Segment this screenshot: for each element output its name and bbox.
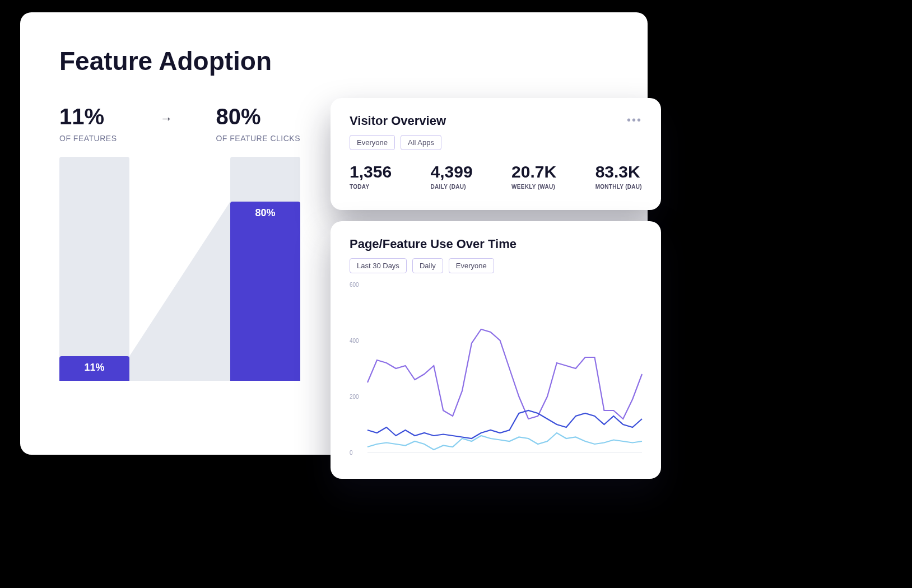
metric-daily: 4,399 DAILY (DAU) bbox=[431, 162, 473, 190]
metric-monthly: 83.3K MONTHLY (DAU) bbox=[595, 162, 642, 190]
bar-percent-label: 80% bbox=[255, 207, 275, 219]
y-tick-200: 200 bbox=[350, 393, 359, 399]
usage-filter-row: Last 30 Days Daily Everyone bbox=[350, 258, 642, 273]
metric-label: WEEKLY (WAU) bbox=[511, 184, 556, 190]
stat-value: 80% bbox=[216, 104, 300, 129]
feature-bars-chart: 11% 80% bbox=[59, 157, 300, 381]
filter-everyone[interactable]: Everyone bbox=[350, 135, 395, 150]
stat-of-feature-clicks: 80% OF FEATURE CLICKS bbox=[216, 104, 300, 143]
stat-value: 11% bbox=[59, 104, 117, 129]
metric-label: MONTHLY (DAU) bbox=[595, 184, 642, 190]
filter-last-30-days[interactable]: Last 30 Days bbox=[350, 258, 407, 273]
filter-all-apps[interactable]: All Apps bbox=[401, 135, 441, 150]
visitor-filter-row: Everyone All Apps bbox=[350, 135, 642, 150]
metric-weekly: 20.7K WEEKLY (WAU) bbox=[511, 162, 556, 190]
feature-adoption-title: Feature Adoption bbox=[59, 46, 608, 76]
filter-everyone[interactable]: Everyone bbox=[449, 258, 494, 273]
bar-fill: 11% bbox=[59, 356, 129, 381]
filter-daily[interactable]: Daily bbox=[412, 258, 443, 273]
metric-value: 83.3K bbox=[595, 162, 642, 181]
feature-stats-row: 11% OF FEATURES → 80% OF FEATURE CLICKS bbox=[59, 104, 300, 143]
stat-of-features: 11% OF FEATURES bbox=[59, 104, 117, 143]
y-tick-0: 0 bbox=[350, 450, 353, 456]
metric-today: 1,356 TODAY bbox=[350, 162, 392, 190]
usage-chart-card: Page/Feature Use Over Time Last 30 Days … bbox=[331, 221, 661, 479]
series-line-series-b bbox=[367, 410, 642, 438]
y-tick-400: 400 bbox=[350, 337, 359, 343]
line-chart: 600 400 200 0 bbox=[350, 284, 642, 452]
visitor-overview-title: Visitor Overview bbox=[350, 114, 446, 128]
bar-percent-label: 11% bbox=[84, 362, 104, 374]
bar-connector bbox=[129, 157, 230, 381]
metric-label: TODAY bbox=[350, 184, 392, 190]
visitor-overview-card: Visitor Overview ••• Everyone All Apps 1… bbox=[331, 98, 661, 210]
more-options-icon[interactable]: ••• bbox=[627, 114, 642, 127]
bar-of-features: 11% bbox=[59, 157, 129, 381]
line-plot-area bbox=[367, 284, 642, 452]
arrow-right-icon: → bbox=[160, 111, 173, 126]
metric-value: 4,399 bbox=[431, 162, 473, 181]
series-line-series-a bbox=[367, 329, 642, 419]
stat-label: OF FEATURES bbox=[59, 134, 117, 143]
usage-chart-title: Page/Feature Use Over Time bbox=[350, 237, 642, 251]
visitor-metrics-row: 1,356 TODAY 4,399 DAILY (DAU) 20.7K WEEK… bbox=[350, 162, 642, 190]
y-tick-600: 600 bbox=[350, 282, 359, 288]
bar-of-feature-clicks: 80% bbox=[230, 157, 300, 381]
stat-label: OF FEATURE CLICKS bbox=[216, 134, 300, 143]
metric-value: 1,356 bbox=[350, 162, 392, 181]
metric-label: DAILY (DAU) bbox=[431, 184, 473, 190]
metric-value: 20.7K bbox=[511, 162, 556, 181]
bar-fill: 80% bbox=[230, 202, 300, 381]
series-line-series-c bbox=[367, 433, 642, 450]
svg-marker-0 bbox=[129, 202, 230, 381]
